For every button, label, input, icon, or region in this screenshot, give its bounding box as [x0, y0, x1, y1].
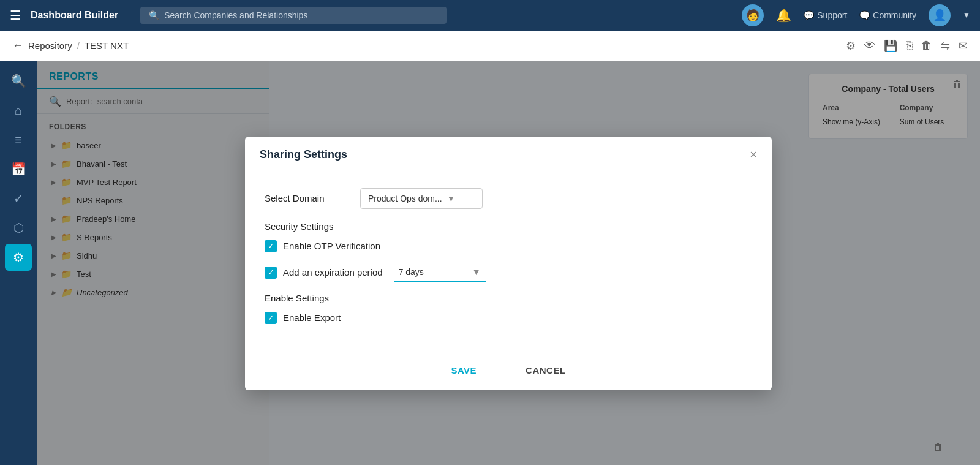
save-button[interactable]: SAVE [439, 360, 489, 380]
second-bar-actions: ⚙ 👁 💾 ⎘ 🗑 ⇋ ✉ [846, 39, 968, 53]
view-icon[interactable]: 👁 [864, 39, 875, 52]
top-nav-right: 🧑 🔔 💬 Support 🗨️ Community 👤 ▼ [742, 4, 970, 26]
user-avatar[interactable]: 👤 [929, 4, 951, 26]
breadcrumb-root: Repository [28, 40, 72, 51]
select-domain-row: Select Domain Product Ops dom... ▼ [265, 188, 752, 209]
breadcrumb: ← Repository / TEST NXT [12, 39, 129, 52]
expiry-days-select[interactable]: 7 days ▼ [394, 263, 486, 282]
modal-header: Sharing Settings × [245, 137, 772, 173]
sidebar-item-settings[interactable]: ⚙ [5, 244, 32, 271]
otp-checkbox-row: ✓ Enable OTP Verification [265, 240, 752, 252]
breadcrumb-current: TEST NXT [85, 40, 129, 51]
domain-value-text: Product Ops dom... [368, 194, 442, 203]
cancel-button[interactable]: CANCEL [513, 360, 578, 380]
expiry-days-value: 7 days [399, 267, 424, 277]
left-sidebar: 🔍 ⌂ ≡ 📅 ✓ ⬡ ⚙ [0, 61, 37, 465]
support-chat-icon: 💬 [804, 10, 814, 20]
community-btn[interactable]: 🗨️ Community [859, 10, 916, 20]
user-chevron-icon[interactable]: ▼ [963, 11, 970, 20]
delete-icon[interactable]: 🗑 [921, 39, 932, 52]
email-icon[interactable]: ✉ [959, 39, 968, 53]
sidebar-item-connect[interactable]: ⬡ [5, 214, 32, 241]
search-placeholder-text: Search Companies and Relationships [164, 10, 307, 20]
filter-icon[interactable]: ⚙ [846, 39, 856, 53]
hamburger-icon[interactable]: ☰ [10, 8, 21, 23]
expiry-label: Add an expiration period [283, 267, 383, 278]
export-checkbox-row: ✓ Enable Export [265, 312, 752, 324]
share-icon[interactable]: ⇋ [941, 39, 950, 53]
domain-select[interactable]: Product Ops dom... ▼ [360, 188, 483, 209]
sidebar-item-search[interactable]: 🔍 [5, 67, 32, 94]
breadcrumb-separator: / [77, 40, 80, 51]
sidebar-item-calendar[interactable]: 📅 [5, 156, 32, 183]
expiry-checkbox-row: ✓ Add an expiration period 7 days ▼ [265, 263, 752, 282]
sidebar-item-list[interactable]: ≡ [5, 126, 32, 153]
save-icon[interactable]: 💾 [884, 39, 897, 53]
expiry-chevron-icon: ▼ [472, 267, 481, 277]
modal-title: Sharing Settings [260, 148, 347, 161]
expiry-check-icon: ✓ [268, 268, 274, 277]
support-label: Support [817, 10, 847, 20]
avatar-center: 🧑 [742, 4, 764, 26]
export-check-icon: ✓ [268, 313, 274, 322]
modal-body: Select Domain Product Ops dom... ▼ Secur… [245, 173, 772, 350]
security-settings-label: Security Settings [265, 221, 752, 232]
sidebar-item-tasks[interactable]: ✓ [5, 185, 32, 212]
community-label: Community [873, 10, 916, 20]
support-btn[interactable]: 💬 Support [804, 10, 847, 20]
select-domain-label: Select Domain [265, 193, 350, 203]
modal-footer: SAVE CANCEL [245, 350, 772, 390]
expiry-checkbox[interactable]: ✓ [265, 267, 277, 279]
sidebar-item-home[interactable]: ⌂ [5, 97, 32, 124]
domain-chevron-icon: ▼ [447, 194, 456, 203]
otp-checkbox[interactable]: ✓ [265, 240, 277, 252]
back-arrow-icon[interactable]: ← [12, 39, 23, 52]
notification-bell-icon[interactable]: 🔔 [776, 8, 791, 23]
sharing-settings-modal: Sharing Settings × Select Domain Product… [245, 137, 772, 390]
main-layout: 🔍 ⌂ ≡ 📅 ✓ ⬡ ⚙ REPORTS 🔍 Report: FOLDERS … [0, 61, 980, 465]
modal-close-button[interactable]: × [750, 148, 757, 162]
app-title: Dashboard Builder [31, 10, 118, 21]
search-icon: 🔍 [149, 10, 159, 20]
enable-settings-label: Enable Settings [265, 293, 752, 303]
otp-label: Enable OTP Verification [283, 241, 380, 251]
otp-check-icon: ✓ [268, 241, 274, 251]
global-search-bar[interactable]: 🔍 Search Companies and Relationships [140, 7, 447, 24]
community-icon: 🗨️ [859, 10, 870, 20]
modal-overlay: Sharing Settings × Select Domain Product… [37, 61, 980, 465]
export-checkbox[interactable]: ✓ [265, 312, 277, 324]
export-label: Enable Export [283, 312, 341, 323]
top-nav: ☰ Dashboard Builder 🔍 Search Companies a… [0, 0, 980, 31]
content-area: REPORTS 🔍 Report: FOLDERS ▶ 📁 baseer ▶ 📁… [37, 61, 980, 465]
second-bar: ← Repository / TEST NXT ⚙ 👁 💾 ⎘ 🗑 ⇋ ✉ [0, 31, 980, 61]
copy-icon[interactable]: ⎘ [906, 39, 913, 52]
